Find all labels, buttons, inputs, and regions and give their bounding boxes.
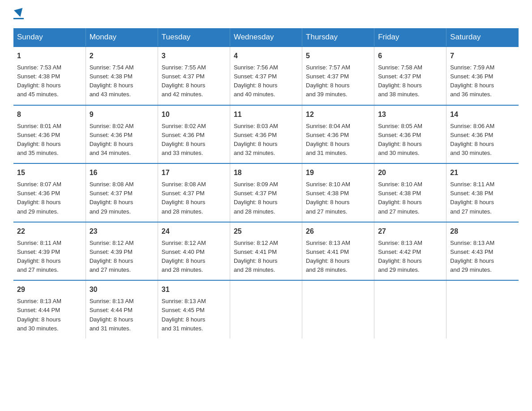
day-cell: 7 Sunrise: 7:59 AM Sunset: 4:36 PM Dayli… — [446, 47, 519, 105]
day-number: 4 — [234, 51, 298, 61]
day-number: 24 — [162, 226, 226, 237]
day-number: 27 — [378, 226, 442, 237]
day-info: Sunrise: 7:53 AM Sunset: 4:38 PM Dayligh… — [17, 63, 82, 99]
day-cell: 6 Sunrise: 7:58 AM Sunset: 4:37 PM Dayli… — [374, 47, 446, 105]
day-number: 14 — [450, 109, 515, 120]
day-cell: 1 Sunrise: 7:53 AM Sunset: 4:38 PM Dayli… — [13, 47, 86, 105]
header-cell-sunday: Sunday — [13, 28, 86, 47]
day-info: Sunrise: 7:54 AM Sunset: 4:38 PM Dayligh… — [90, 63, 154, 99]
day-number: 15 — [17, 167, 82, 178]
day-cell — [302, 280, 374, 338]
day-cell: 20 Sunrise: 8:10 AM Sunset: 4:38 PM Dayl… — [374, 163, 446, 222]
day-info: Sunrise: 8:13 AM Sunset: 4:41 PM Dayligh… — [306, 239, 370, 275]
day-info: Sunrise: 8:10 AM Sunset: 4:38 PM Dayligh… — [306, 180, 370, 216]
day-number: 1 — [17, 51, 82, 61]
day-info: Sunrise: 8:08 AM Sunset: 4:37 PM Dayligh… — [162, 180, 226, 216]
day-cell: 27 Sunrise: 8:13 AM Sunset: 4:42 PM Dayl… — [374, 222, 446, 281]
week-row-2: 8 Sunrise: 8:01 AM Sunset: 4:36 PM Dayli… — [13, 105, 519, 164]
day-cell — [374, 280, 446, 338]
day-number: 29 — [17, 284, 82, 295]
day-cell: 30 Sunrise: 8:13 AM Sunset: 4:44 PM Dayl… — [86, 280, 158, 338]
day-cell: 18 Sunrise: 8:09 AM Sunset: 4:37 PM Dayl… — [230, 163, 302, 222]
week-row-5: 29 Sunrise: 8:13 AM Sunset: 4:44 PM Dayl… — [13, 280, 519, 338]
day-info: Sunrise: 8:05 AM Sunset: 4:36 PM Dayligh… — [378, 122, 442, 158]
day-cell: 29 Sunrise: 8:13 AM Sunset: 4:44 PM Dayl… — [13, 280, 86, 338]
week-row-4: 22 Sunrise: 8:11 AM Sunset: 4:39 PM Dayl… — [13, 222, 519, 281]
day-cell: 3 Sunrise: 7:55 AM Sunset: 4:37 PM Dayli… — [158, 47, 230, 105]
day-cell: 23 Sunrise: 8:12 AM Sunset: 4:39 PM Dayl… — [86, 222, 158, 281]
day-cell: 25 Sunrise: 8:12 AM Sunset: 4:41 PM Dayl… — [230, 222, 302, 281]
day-info: Sunrise: 8:10 AM Sunset: 4:38 PM Dayligh… — [378, 180, 442, 216]
day-info: Sunrise: 7:59 AM Sunset: 4:36 PM Dayligh… — [450, 63, 515, 99]
day-info: Sunrise: 8:02 AM Sunset: 4:36 PM Dayligh… — [162, 122, 226, 158]
day-number: 25 — [234, 226, 298, 237]
day-info: Sunrise: 8:12 AM Sunset: 4:39 PM Dayligh… — [90, 239, 154, 275]
calendar-body: 1 Sunrise: 7:53 AM Sunset: 4:38 PM Dayli… — [13, 47, 519, 338]
logo — [13, 9, 24, 19]
day-cell: 13 Sunrise: 8:05 AM Sunset: 4:36 PM Dayl… — [374, 105, 446, 164]
day-cell — [230, 280, 302, 338]
day-number: 11 — [234, 109, 298, 120]
day-number: 28 — [450, 226, 515, 237]
day-cell: 22 Sunrise: 8:11 AM Sunset: 4:39 PM Dayl… — [13, 222, 86, 281]
day-info: Sunrise: 8:03 AM Sunset: 4:36 PM Dayligh… — [234, 122, 298, 158]
day-cell: 15 Sunrise: 8:07 AM Sunset: 4:36 PM Dayl… — [13, 163, 86, 222]
day-number: 2 — [90, 51, 154, 61]
day-number: 23 — [90, 226, 154, 237]
day-number: 10 — [162, 109, 226, 120]
day-number: 22 — [17, 226, 82, 237]
header-cell-friday: Friday — [374, 28, 446, 47]
day-info: Sunrise: 8:13 AM Sunset: 4:44 PM Dayligh… — [90, 297, 154, 333]
day-number: 12 — [306, 109, 370, 120]
day-cell: 12 Sunrise: 8:04 AM Sunset: 4:36 PM Dayl… — [302, 105, 374, 164]
day-cell: 19 Sunrise: 8:10 AM Sunset: 4:38 PM Dayl… — [302, 163, 374, 222]
header-cell-wednesday: Wednesday — [230, 28, 302, 47]
week-row-3: 15 Sunrise: 8:07 AM Sunset: 4:36 PM Dayl… — [13, 163, 519, 222]
day-cell: 31 Sunrise: 8:13 AM Sunset: 4:45 PM Dayl… — [158, 280, 230, 338]
day-cell: 2 Sunrise: 7:54 AM Sunset: 4:38 PM Dayli… — [86, 47, 158, 105]
page-header — [13, 9, 519, 19]
day-cell: 11 Sunrise: 8:03 AM Sunset: 4:36 PM Dayl… — [230, 105, 302, 164]
day-info: Sunrise: 8:07 AM Sunset: 4:36 PM Dayligh… — [17, 180, 82, 216]
header-cell-thursday: Thursday — [302, 28, 374, 47]
day-number: 17 — [162, 167, 226, 178]
day-cell: 8 Sunrise: 8:01 AM Sunset: 4:36 PM Dayli… — [13, 105, 86, 164]
day-cell: 4 Sunrise: 7:56 AM Sunset: 4:37 PM Dayli… — [230, 47, 302, 105]
day-info: Sunrise: 8:13 AM Sunset: 4:43 PM Dayligh… — [450, 239, 515, 275]
day-cell: 9 Sunrise: 8:02 AM Sunset: 4:36 PM Dayli… — [86, 105, 158, 164]
day-info: Sunrise: 7:56 AM Sunset: 4:37 PM Dayligh… — [234, 63, 298, 99]
week-row-1: 1 Sunrise: 7:53 AM Sunset: 4:38 PM Dayli… — [13, 47, 519, 105]
day-info: Sunrise: 8:13 AM Sunset: 4:44 PM Dayligh… — [17, 297, 82, 333]
header-cell-saturday: Saturday — [446, 28, 519, 47]
day-info: Sunrise: 8:04 AM Sunset: 4:36 PM Dayligh… — [306, 122, 370, 158]
day-info: Sunrise: 8:12 AM Sunset: 4:41 PM Dayligh… — [234, 239, 298, 275]
day-cell: 14 Sunrise: 8:06 AM Sunset: 4:36 PM Dayl… — [446, 105, 519, 164]
day-info: Sunrise: 7:55 AM Sunset: 4:37 PM Dayligh… — [162, 63, 226, 99]
calendar-table: SundayMondayTuesdayWednesdayThursdayFrid… — [13, 28, 519, 338]
day-number: 31 — [162, 284, 226, 295]
day-number: 8 — [17, 109, 82, 120]
day-cell: 24 Sunrise: 8:12 AM Sunset: 4:40 PM Dayl… — [158, 222, 230, 281]
day-number: 13 — [378, 109, 442, 120]
header-row: SundayMondayTuesdayWednesdayThursdayFrid… — [13, 28, 519, 47]
day-cell: 21 Sunrise: 8:11 AM Sunset: 4:38 PM Dayl… — [446, 163, 519, 222]
day-number: 30 — [90, 284, 154, 295]
header-cell-tuesday: Tuesday — [158, 28, 230, 47]
calendar-header: SundayMondayTuesdayWednesdayThursdayFrid… — [13, 28, 519, 47]
day-cell: 5 Sunrise: 7:57 AM Sunset: 4:37 PM Dayli… — [302, 47, 374, 105]
logo-blue-part — [13, 9, 24, 17]
logo-underline — [13, 18, 24, 19]
day-info: Sunrise: 8:06 AM Sunset: 4:36 PM Dayligh… — [450, 122, 515, 158]
day-info: Sunrise: 8:08 AM Sunset: 4:37 PM Dayligh… — [90, 180, 154, 216]
day-info: Sunrise: 8:12 AM Sunset: 4:40 PM Dayligh… — [162, 239, 226, 275]
day-number: 18 — [234, 167, 298, 178]
day-cell: 26 Sunrise: 8:13 AM Sunset: 4:41 PM Dayl… — [302, 222, 374, 281]
day-number: 3 — [162, 51, 226, 61]
day-cell — [446, 280, 519, 338]
day-info: Sunrise: 8:09 AM Sunset: 4:37 PM Dayligh… — [234, 180, 298, 216]
day-info: Sunrise: 7:58 AM Sunset: 4:37 PM Dayligh… — [378, 63, 442, 99]
day-number: 16 — [90, 167, 154, 178]
day-number: 6 — [378, 51, 442, 61]
day-cell: 10 Sunrise: 8:02 AM Sunset: 4:36 PM Dayl… — [158, 105, 230, 164]
day-info: Sunrise: 8:02 AM Sunset: 4:36 PM Dayligh… — [90, 122, 154, 158]
